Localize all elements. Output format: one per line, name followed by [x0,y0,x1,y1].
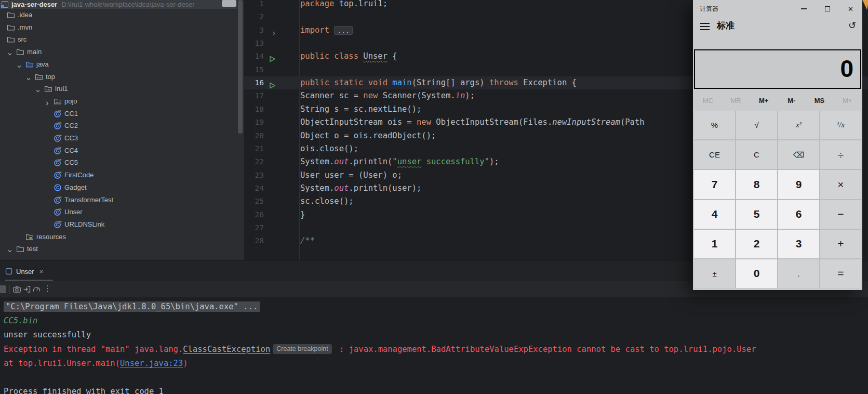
tree-item-cc5[interactable]: CCC5 [0,156,244,169]
calc-key-8[interactable]: 8 [736,170,777,199]
calc-key-6[interactable]: 6 [778,200,819,229]
memory-button-MC: MC [694,92,722,109]
tree-item-lrui1[interactable]: lrui1 [0,83,244,95]
memory-buttons-row: MCMRM+M-MSM˅ [694,92,861,109]
console-text: : javax.management.BadAttributeValueExpE… [335,345,756,354]
exception-class-link[interactable]: ClassCastException [183,345,270,354]
close-button[interactable]: ✕ [839,0,862,18]
chevron-down-icon[interactable] [35,86,41,91]
svg-text:C: C [56,111,59,116]
memory-button-MS[interactable]: MS [806,92,834,109]
tree-item-src[interactable]: src [0,33,244,46]
calc-key-¹/x[interactable]: ¹/x [820,111,861,139]
tree-item-cc3[interactable]: CCC3 [0,132,244,145]
profiler-icon[interactable] [32,285,41,294]
tree-item-cc4[interactable]: CCC4 [0,145,244,157]
tree-vertical-scrollbar[interactable] [238,0,243,134]
calc-key-x²[interactable]: x² [778,111,819,139]
memory-button-M: M˅ [833,92,861,109]
line-number: 14 [244,50,264,63]
memory-button-M+[interactable]: M+ [750,92,778,109]
line-number: 17 [244,89,264,102]
calc-key-×[interactable]: × [820,170,861,199]
hamburger-menu-icon[interactable] [700,23,710,24]
calc-key-7[interactable]: 7 [694,170,735,199]
console-text: at top.lrui1.Unser.main( [4,359,120,368]
tree-item-unser[interactable]: CUnser [0,206,244,218]
calc-key-CE[interactable]: CE [694,140,735,169]
calc-key-⌫[interactable]: ⌫ [778,140,819,169]
calc-key-±[interactable]: ± [694,259,735,288]
project-root-row[interactable]: java-ser-deser D:\lrui1-whole\workplace\… [0,0,237,9]
calc-key-5[interactable]: 5 [736,200,777,229]
run-tab-unser[interactable]: Unser × [5,264,43,279]
calc-key-+[interactable]: + [820,230,861,258]
calculator-keypad: %√x²¹/xCEC⌫÷789×456−123+±0.= [694,111,861,288]
calc-key-√[interactable]: √ [736,111,777,139]
calc-key-÷[interactable]: ÷ [820,140,861,169]
line-number: 19 [244,116,264,129]
chevron-down-icon[interactable] [7,49,12,55]
tree-item-mvn[interactable]: .mvn [0,21,244,34]
folded-imports[interactable]: ... [334,26,352,35]
fold-chevron-icon[interactable] [271,27,278,34]
calc-key-0[interactable]: 0 [736,259,777,288]
tree-item-test[interactable]: test [0,243,244,255]
calc-key-1[interactable]: 1 [694,230,735,258]
calc-key-−[interactable]: − [820,200,861,229]
calc-key-C[interactable]: C [736,140,777,169]
create-breakpoint-badge[interactable]: Create breakpoint [273,344,331,354]
class-run-icon: C [54,147,62,155]
calc-key-9[interactable]: 9 [778,170,819,199]
code-text: } [300,208,305,221]
memory-button-M-[interactable]: M- [778,92,806,109]
tree-item-cc2[interactable]: CCC2 [0,120,244,132]
class-run-icon: C [54,159,62,167]
console-line: Exception in thread "main" java.lang.Cla… [4,343,756,357]
tree-item-main[interactable]: main [0,46,244,58]
svg-text:C: C [56,148,59,153]
stacktrace-link[interactable]: Unser.java:23 [120,359,183,368]
tree-scrollbar-thumb[interactable] [222,0,236,7]
import-thread-dump-icon[interactable] [22,285,31,294]
calc-key-3[interactable]: 3 [778,230,819,258]
line-number: 23 [244,169,264,182]
minimize-button[interactable] [792,0,816,18]
tree-item-resources[interactable]: resources [0,231,244,243]
run-gutter-icon[interactable] [269,53,276,60]
folder-resources-icon [25,233,34,241]
console-text: CC5.bin [4,316,37,325]
more-options-icon[interactable]: ⋮ [44,284,51,293]
close-tab-icon[interactable]: × [39,268,44,275]
chevron-down-icon[interactable] [7,246,12,252]
run-gutter-icon[interactable] [269,80,276,86]
tree-item-idea[interactable]: .idea [0,9,244,21]
tree-item-java[interactable]: java [0,58,244,71]
calc-key-%[interactable]: % [694,111,735,139]
tree-item-transformertest[interactable]: CTransformerTest [0,194,244,206]
tree-item-top[interactable]: top [0,71,244,83]
history-icon[interactable]: ↺ [848,20,856,31]
tree-item-urldnslink[interactable]: CURLDNSLink [0,218,244,231]
calculator-title: 计算器 [700,5,718,14]
line-number: 26 [244,208,264,221]
tree-item-cc1[interactable]: CCC1 [0,108,244,120]
rerun-icon[interactable] [0,285,6,293]
chevron-down-icon[interactable] [26,74,31,80]
calc-key-2[interactable]: 2 [736,230,777,258]
tree-item-label: CC1 [64,110,78,117]
tree-item-label: src [18,35,26,43]
chevron-down-icon[interactable] [17,62,22,67]
calculator-mode-label[interactable]: 标准 [717,20,735,32]
chevron-right-icon[interactable] [45,99,50,104]
tree-item-pojo[interactable]: pojo [0,95,244,108]
tree-item-gadget[interactable]: CGadget [0,181,244,194]
calc-key-4[interactable]: 4 [694,200,735,229]
calc-key-.[interactable]: . [778,259,819,288]
tree-item-firstcode[interactable]: CFirstCode [0,169,244,181]
maximize-button[interactable] [816,0,839,18]
run-console[interactable]: "C:\Program Files\Java\jdk1.8.0_65\bin\j… [0,297,868,394]
screenshot-icon[interactable] [12,285,21,294]
calc-key-=[interactable]: = [820,259,861,288]
tree-item-label: top [46,73,55,81]
